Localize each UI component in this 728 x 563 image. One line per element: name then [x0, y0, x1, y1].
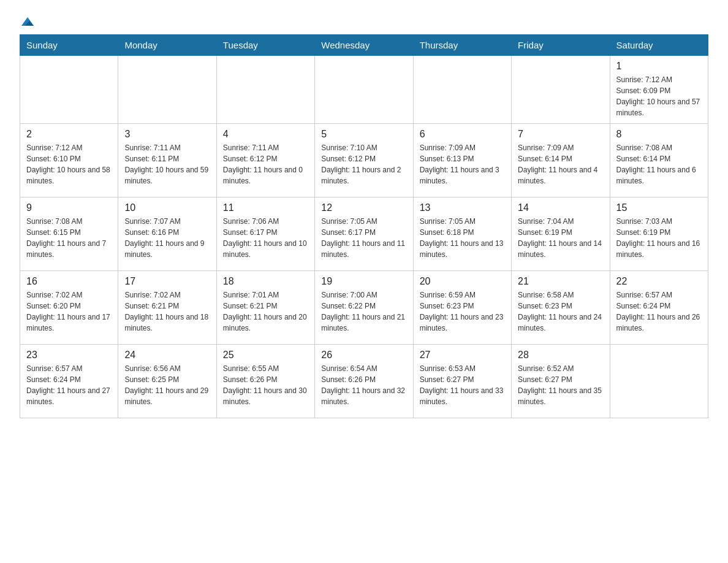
- weekday-header-saturday: Saturday: [610, 35, 708, 56]
- calendar-cell-5-6: 28Sunrise: 6:52 AMSunset: 6:27 PMDayligh…: [512, 345, 610, 418]
- calendar-cell-1-6: [512, 56, 610, 124]
- day-info: Sunrise: 7:05 AMSunset: 6:18 PMDaylight:…: [420, 216, 505, 260]
- day-info: Sunrise: 7:12 AMSunset: 6:10 PMDaylight:…: [26, 142, 112, 186]
- day-info: Sunrise: 7:11 AMSunset: 6:11 PMDaylight:…: [124, 142, 210, 186]
- day-info: Sunrise: 6:57 AMSunset: 6:24 PMDaylight:…: [616, 289, 702, 334]
- weekday-header-monday: Monday: [118, 35, 216, 56]
- calendar-cell-4-5: 20Sunrise: 6:59 AMSunset: 6:23 PMDayligh…: [413, 271, 511, 345]
- day-number: 9: [26, 202, 112, 213]
- day-number: 5: [321, 129, 406, 140]
- day-number: 13: [420, 202, 505, 213]
- calendar-cell-3-4: 12Sunrise: 7:05 AMSunset: 6:17 PMDayligh…: [315, 197, 413, 271]
- day-number: 3: [124, 129, 210, 140]
- weekday-header-wednesday: Wednesday: [315, 35, 413, 56]
- day-number: 10: [124, 202, 210, 213]
- calendar-cell-1-4: [315, 56, 413, 124]
- calendar-cell-1-1: [20, 56, 118, 124]
- calendar-cell-5-3: 25Sunrise: 6:55 AMSunset: 6:26 PMDayligh…: [216, 345, 314, 418]
- day-number: 19: [321, 276, 406, 287]
- calendar-week-3: 9Sunrise: 7:08 AMSunset: 6:15 PMDaylight…: [20, 197, 708, 271]
- calendar-cell-3-6: 14Sunrise: 7:04 AMSunset: 6:19 PMDayligh…: [512, 197, 610, 271]
- calendar-cell-4-2: 17Sunrise: 7:02 AMSunset: 6:21 PMDayligh…: [118, 271, 216, 345]
- weekday-header-row: SundayMondayTuesdayWednesdayThursdayFrid…: [20, 35, 708, 56]
- day-info: Sunrise: 6:53 AMSunset: 6:27 PMDaylight:…: [420, 363, 505, 407]
- calendar-cell-4-6: 21Sunrise: 6:58 AMSunset: 6:23 PMDayligh…: [512, 271, 610, 345]
- calendar-cell-2-4: 5Sunrise: 7:10 AMSunset: 6:12 PMDaylight…: [315, 124, 413, 197]
- day-number: 20: [420, 276, 505, 287]
- calendar-cell-5-2: 24Sunrise: 6:56 AMSunset: 6:25 PMDayligh…: [118, 345, 216, 418]
- calendar-week-2: 2Sunrise: 7:12 AMSunset: 6:10 PMDaylight…: [20, 124, 708, 197]
- day-number: 25: [223, 350, 308, 361]
- calendar-cell-3-1: 9Sunrise: 7:08 AMSunset: 6:15 PMDaylight…: [20, 197, 118, 271]
- calendar-cell-5-1: 23Sunrise: 6:57 AMSunset: 6:24 PMDayligh…: [20, 345, 118, 418]
- calendar-cell-5-7: [610, 345, 708, 418]
- day-info: Sunrise: 7:03 AMSunset: 6:19 PMDaylight:…: [616, 216, 702, 260]
- day-info: Sunrise: 7:04 AMSunset: 6:19 PMDaylight:…: [518, 216, 603, 260]
- calendar-cell-4-3: 18Sunrise: 7:01 AMSunset: 6:21 PMDayligh…: [216, 271, 314, 345]
- day-number: 7: [518, 129, 603, 140]
- day-info: Sunrise: 6:58 AMSunset: 6:23 PMDaylight:…: [518, 289, 603, 334]
- day-number: 6: [420, 129, 505, 140]
- day-info: Sunrise: 6:57 AMSunset: 6:24 PMDaylight:…: [26, 363, 112, 407]
- calendar-cell-1-5: [413, 56, 511, 124]
- day-number: 28: [518, 350, 603, 361]
- day-number: 12: [321, 202, 406, 213]
- calendar-cell-3-2: 10Sunrise: 7:07 AMSunset: 6:16 PMDayligh…: [118, 197, 216, 271]
- calendar-cell-2-5: 6Sunrise: 7:09 AMSunset: 6:13 PMDaylight…: [413, 124, 511, 197]
- calendar-week-1: 1Sunrise: 7:12 AMSunset: 6:09 PMDaylight…: [20, 56, 708, 124]
- day-number: 15: [616, 202, 702, 213]
- calendar-cell-1-3: [216, 56, 314, 124]
- day-info: Sunrise: 7:06 AMSunset: 6:17 PMDaylight:…: [223, 216, 308, 260]
- day-number: 8: [616, 129, 702, 140]
- day-info: Sunrise: 7:00 AMSunset: 6:22 PMDaylight:…: [321, 289, 406, 334]
- calendar-cell-2-2: 3Sunrise: 7:11 AMSunset: 6:11 PMDaylight…: [118, 124, 216, 197]
- day-info: Sunrise: 7:10 AMSunset: 6:12 PMDaylight:…: [321, 142, 406, 186]
- calendar-cell-1-2: [118, 56, 216, 124]
- calendar-cell-2-1: 2Sunrise: 7:12 AMSunset: 6:10 PMDaylight…: [20, 124, 118, 197]
- day-number: 11: [223, 202, 308, 213]
- calendar-cell-1-7: 1Sunrise: 7:12 AMSunset: 6:09 PMDaylight…: [610, 56, 708, 124]
- day-info: Sunrise: 7:12 AMSunset: 6:09 PMDaylight:…: [616, 74, 702, 118]
- day-number: 27: [420, 350, 505, 361]
- day-info: Sunrise: 7:05 AMSunset: 6:17 PMDaylight:…: [321, 216, 406, 260]
- day-number: 17: [124, 276, 210, 287]
- day-number: 1: [616, 61, 702, 72]
- day-number: 4: [223, 129, 308, 140]
- day-info: Sunrise: 7:09 AMSunset: 6:13 PMDaylight:…: [420, 142, 505, 186]
- calendar-cell-3-7: 15Sunrise: 7:03 AMSunset: 6:19 PMDayligh…: [610, 197, 708, 271]
- day-number: 24: [124, 350, 210, 361]
- day-info: Sunrise: 6:54 AMSunset: 6:26 PMDaylight:…: [321, 363, 406, 407]
- calendar-cell-3-3: 11Sunrise: 7:06 AMSunset: 6:17 PMDayligh…: [216, 197, 314, 271]
- weekday-header-thursday: Thursday: [413, 35, 511, 56]
- calendar-cell-3-5: 13Sunrise: 7:05 AMSunset: 6:18 PMDayligh…: [413, 197, 511, 271]
- day-info: Sunrise: 7:09 AMSunset: 6:14 PMDaylight:…: [518, 142, 603, 186]
- calendar-cell-5-4: 26Sunrise: 6:54 AMSunset: 6:26 PMDayligh…: [315, 345, 413, 418]
- day-number: 22: [616, 276, 702, 287]
- calendar-table: SundayMondayTuesdayWednesdayThursdayFrid…: [20, 34, 708, 418]
- day-info: Sunrise: 7:07 AMSunset: 6:16 PMDaylight:…: [124, 216, 210, 260]
- day-info: Sunrise: 6:52 AMSunset: 6:27 PMDaylight:…: [518, 363, 603, 407]
- day-info: Sunrise: 7:08 AMSunset: 6:14 PMDaylight:…: [616, 142, 702, 186]
- calendar-cell-4-7: 22Sunrise: 6:57 AMSunset: 6:24 PMDayligh…: [610, 271, 708, 345]
- calendar-cell-5-5: 27Sunrise: 6:53 AMSunset: 6:27 PMDayligh…: [413, 345, 511, 418]
- day-number: 18: [223, 276, 308, 287]
- day-info: Sunrise: 7:08 AMSunset: 6:15 PMDaylight:…: [26, 216, 112, 260]
- page-header: [20, 15, 708, 27]
- day-info: Sunrise: 6:55 AMSunset: 6:26 PMDaylight:…: [223, 363, 308, 407]
- calendar-cell-4-4: 19Sunrise: 7:00 AMSunset: 6:22 PMDayligh…: [315, 271, 413, 345]
- day-number: 26: [321, 350, 406, 361]
- weekday-header-sunday: Sunday: [20, 35, 118, 56]
- day-info: Sunrise: 6:56 AMSunset: 6:25 PMDaylight:…: [124, 363, 210, 407]
- calendar-cell-2-7: 8Sunrise: 7:08 AMSunset: 6:14 PMDaylight…: [610, 124, 708, 197]
- day-number: 21: [518, 276, 603, 287]
- calendar-week-5: 23Sunrise: 6:57 AMSunset: 6:24 PMDayligh…: [20, 345, 708, 418]
- calendar-cell-4-1: 16Sunrise: 7:02 AMSunset: 6:20 PMDayligh…: [20, 271, 118, 345]
- day-info: Sunrise: 6:59 AMSunset: 6:23 PMDaylight:…: [420, 289, 505, 334]
- calendar-week-4: 16Sunrise: 7:02 AMSunset: 6:20 PMDayligh…: [20, 271, 708, 345]
- calendar-cell-2-3: 4Sunrise: 7:11 AMSunset: 6:12 PMDaylight…: [216, 124, 314, 197]
- weekday-header-tuesday: Tuesday: [216, 35, 314, 56]
- logo: [20, 15, 34, 27]
- day-info: Sunrise: 7:02 AMSunset: 6:21 PMDaylight:…: [124, 289, 210, 334]
- calendar-cell-2-6: 7Sunrise: 7:09 AMSunset: 6:14 PMDaylight…: [512, 124, 610, 197]
- weekday-header-friday: Friday: [512, 35, 610, 56]
